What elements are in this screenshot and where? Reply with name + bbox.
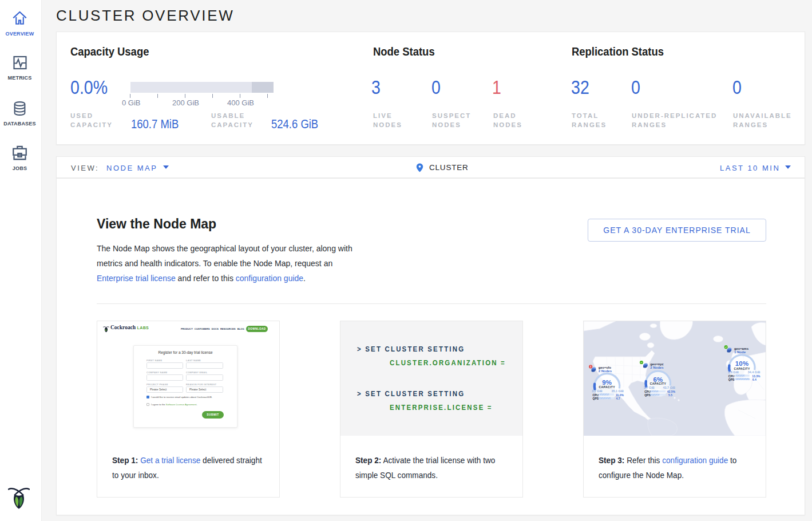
svg-text:CPU: CPU [593, 393, 599, 397]
svg-text:QPS: QPS [728, 378, 735, 381]
svg-text:1 Node: 1 Node [734, 350, 746, 354]
svg-text:2 Nodes: 2 Nodes [599, 369, 612, 373]
svg-text:QPS: QPS [593, 397, 599, 400]
svg-text:3.6 GiB: 3.6 GiB [728, 370, 739, 374]
svg-text:QPS: QPS [644, 393, 651, 397]
svg-text:3.2 GiB: 3.2 GiB [592, 389, 603, 393]
svg-text:4.7: 4.7 [616, 397, 620, 400]
svg-text:3.7 GiB: 3.7 GiB [644, 386, 655, 389]
svg-text:CAPACITY: CAPACITY [599, 385, 616, 389]
svg-text:6.4: 6.4 [752, 378, 756, 381]
svg-text:CAPACITY: CAPACITY [650, 382, 667, 385]
svg-text:9%: 9% [602, 379, 612, 386]
svg-text:43.7 GiB: 43.7 GiB [663, 386, 675, 389]
svg-text:10%: 10% [735, 360, 749, 367]
svg-text:5.5: 5.5 [668, 393, 672, 397]
svg-text:34.4 GiB: 34.4 GiB [748, 370, 760, 374]
svg-text:2 Nodes: 2 Nodes [650, 366, 664, 369]
svg-text:35.1 GiB: 35.1 GiB [611, 389, 624, 393]
svg-text:11.0%: 11.0% [616, 393, 624, 397]
